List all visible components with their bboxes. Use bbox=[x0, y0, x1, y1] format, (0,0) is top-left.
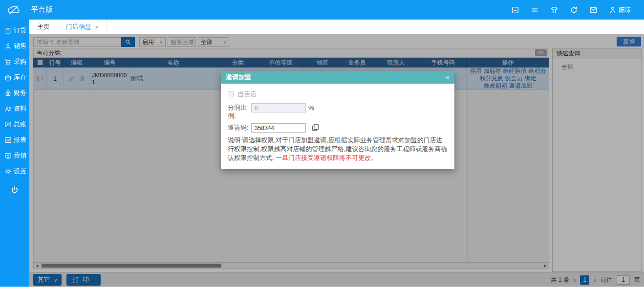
sidebar-item-finance[interactable]: 财务 bbox=[0, 85, 29, 101]
self-store-checkbox[interactable] bbox=[228, 91, 234, 97]
dialog-body: 自营店 分润比例: % 邀请码: bbox=[221, 84, 454, 169]
copy-icon bbox=[311, 123, 320, 132]
logo-cloud-icon bbox=[7, 4, 21, 15]
finance-icon bbox=[4, 90, 12, 97]
topbar: 平台版 bbox=[0, 0, 644, 20]
logout-button[interactable] bbox=[0, 186, 29, 195]
close-tab-icon[interactable]: × bbox=[95, 23, 99, 31]
refresh-icon[interactable] bbox=[570, 6, 578, 14]
topbar-actions: 陈漾 bbox=[511, 5, 631, 14]
dialog-header[interactable]: 邀请加盟 × bbox=[221, 71, 454, 84]
settings-icon bbox=[4, 168, 12, 175]
sidebar-item-sales[interactable]: 销售 bbox=[0, 38, 29, 54]
message-icon[interactable] bbox=[589, 6, 598, 14]
user-name: 陈漾 bbox=[619, 5, 631, 14]
skin-icon[interactable] bbox=[550, 6, 558, 14]
power-icon bbox=[10, 186, 19, 195]
invite-code-input[interactable] bbox=[251, 123, 306, 133]
workbench-icon[interactable] bbox=[511, 6, 519, 14]
profit-ratio-input[interactable] bbox=[251, 103, 306, 112]
app-title: 平台版 bbox=[31, 5, 53, 14]
report-icon bbox=[4, 136, 12, 144]
tab-store-info[interactable]: 门店信息 × bbox=[58, 20, 107, 34]
archives-icon bbox=[4, 105, 12, 112]
sidebar-item-marketing[interactable]: 营销 bbox=[0, 148, 29, 163]
copy-button[interactable] bbox=[311, 123, 320, 133]
sidebar-item-ledger[interactable]: 总账 bbox=[0, 116, 29, 132]
marketing-icon bbox=[4, 152, 12, 159]
main-content: 启用 ∨ 服务区域 ∨ 全部 ∨ 新增 当前分类: >> 行号 编辑 编号 名称… bbox=[29, 34, 644, 287]
sales-icon bbox=[4, 43, 12, 50]
invite-code-label: 邀请码: bbox=[228, 123, 251, 133]
user-icon bbox=[609, 6, 617, 14]
sidebar: 订货 销售 采购 库存 财务 资料 bbox=[0, 20, 29, 287]
bottom-strip bbox=[0, 287, 644, 292]
profit-ratio-label: 分润比例: bbox=[228, 103, 251, 120]
sidebar-item-order[interactable]: 订货 bbox=[0, 22, 29, 38]
app-window: 平台版 bbox=[0, 0, 644, 292]
close-icon[interactable]: × bbox=[445, 73, 450, 82]
invite-join-dialog: 邀请加盟 × 自营店 分润比例: % 邀请码: bbox=[221, 71, 454, 169]
dialog-title: 邀请加盟 bbox=[226, 73, 251, 82]
self-store-label: 自营店 bbox=[237, 90, 257, 99]
sidebar-item-inventory[interactable]: 库存 bbox=[0, 69, 29, 85]
sidebar-item-archives[interactable]: 资料 bbox=[0, 101, 29, 116]
sidebar-item-settings[interactable]: 设置 bbox=[0, 163, 29, 179]
ledger-icon bbox=[4, 121, 12, 128]
menu-icon[interactable] bbox=[531, 6, 539, 14]
inventory-icon bbox=[4, 74, 12, 81]
percent-suffix: % bbox=[308, 103, 314, 120]
tab-bar: 主页 门店信息 × bbox=[29, 20, 644, 34]
sidebar-item-purchase[interactable]: 采购 bbox=[0, 54, 29, 69]
warning-text: 一旦门店接受邀请权限将不可更改。 bbox=[276, 154, 377, 161]
user-menu[interactable]: 陈漾 bbox=[609, 5, 631, 14]
tab-home[interactable]: 主页 bbox=[29, 20, 58, 34]
purchase-icon bbox=[4, 58, 12, 66]
sidebar-item-report[interactable]: 报表 bbox=[0, 132, 29, 148]
order-icon bbox=[4, 27, 12, 34]
dialog-description: 说明:请选择权限,对于门店加盟邀请,应根据实际业务管理需求对加盟的门店进行权限控… bbox=[228, 136, 448, 162]
